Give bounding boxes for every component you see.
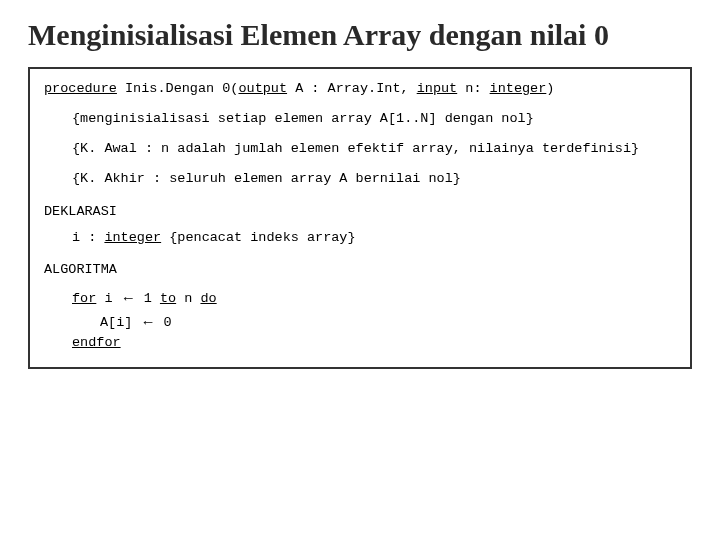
decl-pre: i :	[72, 230, 104, 245]
arrow-icon-2: ←	[141, 311, 156, 334]
for-body: A[i] ← 0	[100, 310, 676, 333]
comment-postcond: {K. Akhir : seluruh elemen array A berni…	[72, 169, 676, 189]
sig-mid1: A : Array.Int,	[287, 81, 417, 96]
sig-mid2: n:	[457, 81, 489, 96]
for-n: n	[176, 291, 200, 306]
slide-title: Menginisialisasi Elemen Array dengan nil…	[28, 18, 692, 53]
keyword-integer: integer	[490, 81, 547, 96]
keyword-output: output	[238, 81, 287, 96]
body-post: 0	[156, 315, 172, 330]
procedure-signature: procedure Inis.Dengan 0(output A : Array…	[44, 79, 676, 99]
body-pre: A[i]	[100, 315, 141, 330]
arrow-icon: ←	[121, 287, 136, 310]
for-var: i	[96, 291, 120, 306]
keyword-do: do	[200, 291, 216, 306]
keyword-procedure: procedure	[44, 81, 117, 96]
keyword-to: to	[160, 291, 176, 306]
keyword-integer-2: integer	[104, 230, 161, 245]
for-one: 1	[136, 291, 160, 306]
keyword-input: input	[417, 81, 458, 96]
keyword-for: for	[72, 291, 96, 306]
keyword-endfor: endfor	[72, 335, 121, 350]
endfor-line: endfor	[72, 333, 676, 353]
comment-desc: {menginisialisasi setiap elemen array A[…	[72, 109, 676, 129]
sig-end: )	[546, 81, 554, 96]
deklarasi-label: DEKLARASI	[44, 202, 676, 222]
proc-name: Inis.Dengan 0(	[117, 81, 239, 96]
algoritma-label: ALGORITMA	[44, 260, 676, 280]
deklarasi-line: i : integer {pencacat indeks array}	[72, 228, 676, 248]
for-line: for i ← 1 to n do	[72, 286, 676, 309]
comment-precond: {K. Awal : n adalah jumlah elemen efekti…	[72, 139, 676, 159]
code-box: procedure Inis.Dengan 0(output A : Array…	[28, 67, 692, 370]
decl-post: {pencacat indeks array}	[161, 230, 355, 245]
